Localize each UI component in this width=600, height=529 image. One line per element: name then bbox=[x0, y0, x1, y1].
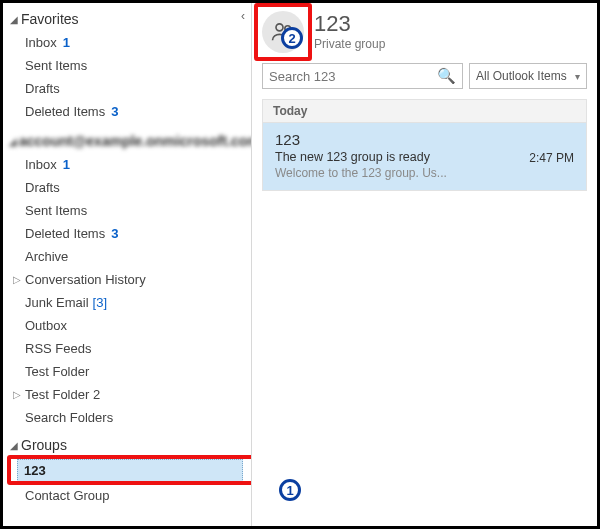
svg-point-0 bbox=[276, 24, 283, 31]
message-list: Today 123 The new 123 group is ready Wel… bbox=[262, 99, 587, 191]
account-header[interactable]: ◢ account@example.onmicrosoft.com bbox=[3, 129, 251, 151]
folder-outbox[interactable]: Outbox bbox=[3, 314, 251, 337]
filter-dropdown[interactable]: All Outlook Items ▾ bbox=[469, 63, 587, 89]
folder-rss-feeds[interactable]: RSS Feeds bbox=[3, 337, 251, 360]
groups-header[interactable]: ◢ Groups bbox=[3, 435, 251, 455]
search-row: 🔍 All Outlook Items ▾ bbox=[262, 63, 587, 89]
folder-test-folder-2[interactable]: ▷Test Folder 2 bbox=[3, 383, 251, 406]
chevron-right-icon: ▷ bbox=[13, 274, 23, 285]
favorites-header[interactable]: ◢ Favorites bbox=[3, 9, 251, 29]
group-title: 123 bbox=[314, 13, 385, 35]
message-from: 123 bbox=[275, 131, 574, 148]
folder-inbox[interactable]: Inbox1 bbox=[3, 153, 251, 176]
day-header: Today bbox=[263, 100, 586, 123]
groups-list: 123 Contact Group bbox=[3, 455, 251, 513]
folder-archive[interactable]: Archive bbox=[3, 245, 251, 268]
chevron-down-icon: ◢ bbox=[9, 440, 19, 451]
search-icon[interactable]: 🔍 bbox=[437, 67, 456, 85]
group-item-label: 123 bbox=[24, 463, 46, 478]
folder-inbox[interactable]: Inbox 1 bbox=[3, 31, 251, 54]
group-subtitle: Private group bbox=[314, 37, 385, 51]
account-label: account@example.onmicrosoft.com bbox=[19, 133, 252, 149]
group-item-selected[interactable]: 123 bbox=[17, 459, 243, 482]
folder-conversation-history[interactable]: ▷Conversation History bbox=[3, 268, 251, 291]
folder-sent-items[interactable]: Sent Items bbox=[3, 54, 251, 77]
folder-drafts[interactable]: Drafts bbox=[3, 77, 251, 100]
search-input[interactable] bbox=[269, 69, 437, 84]
folder-pane: ‹ ◢ Favorites Inbox 1 Sent Items Drafts … bbox=[3, 3, 252, 526]
annotation-badge-2: 2 bbox=[281, 27, 303, 49]
chevron-down-icon: ◢ bbox=[9, 14, 19, 25]
message-item[interactable]: 123 The new 123 group is ready Welcome t… bbox=[263, 123, 586, 190]
annotation-badge-1: 1 bbox=[279, 479, 301, 501]
folder-drafts[interactable]: Drafts bbox=[3, 176, 251, 199]
folder-search-folders[interactable]: Search Folders bbox=[3, 406, 251, 429]
chevron-right-icon: ▷ bbox=[13, 389, 23, 400]
reading-pane: 123 Private group 🔍 All Outlook Items ▾ … bbox=[252, 3, 597, 526]
favorites-label: Favorites bbox=[21, 11, 79, 27]
folder-test-folder[interactable]: Test Folder bbox=[3, 360, 251, 383]
groups-label: Groups bbox=[21, 437, 67, 453]
favorites-list: Inbox 1 Sent Items Drafts Deleted Items … bbox=[3, 29, 251, 129]
account-folder-list: Inbox1 Drafts Sent Items Deleted Items3 … bbox=[3, 151, 251, 435]
folder-junk-email[interactable]: Junk Email[3] bbox=[3, 291, 251, 314]
search-box[interactable]: 🔍 bbox=[262, 63, 463, 89]
chevron-down-icon: ▾ bbox=[575, 71, 580, 82]
chevron-down-icon: ◢ bbox=[9, 136, 17, 147]
group-header: 123 Private group bbox=[262, 11, 587, 53]
group-item-contact-group[interactable]: Contact Group bbox=[3, 484, 251, 507]
outlook-window: ‹ ◢ Favorites Inbox 1 Sent Items Drafts … bbox=[0, 0, 600, 529]
message-preview: Welcome to the 123 group. Us... bbox=[275, 166, 574, 180]
folder-deleted-items[interactable]: Deleted Items3 bbox=[3, 222, 251, 245]
folder-sent-items[interactable]: Sent Items bbox=[3, 199, 251, 222]
message-time: 2:47 PM bbox=[529, 151, 574, 165]
filter-label: All Outlook Items bbox=[476, 69, 567, 83]
folder-deleted-items[interactable]: Deleted Items 3 bbox=[3, 100, 251, 123]
collapse-pane-icon[interactable]: ‹ bbox=[241, 9, 245, 23]
